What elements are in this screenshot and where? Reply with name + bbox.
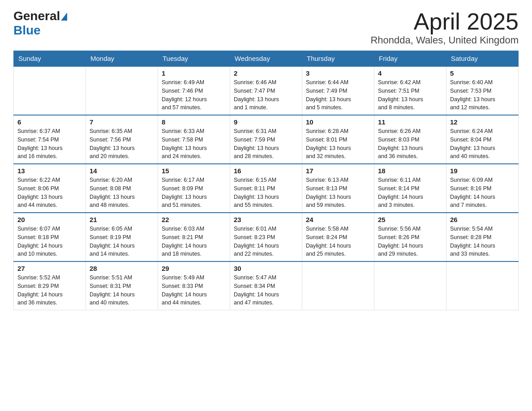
cell-day-info: Sunrise: 6:09 AMSunset: 8:16 PMDaylight:… (450, 176, 515, 210)
calendar-cell: 14Sunrise: 6:20 AMSunset: 8:08 PMDayligh… (86, 164, 158, 213)
calendar-cell: 20Sunrise: 6:07 AMSunset: 8:18 PMDayligh… (14, 213, 86, 261)
cell-day-number: 7 (90, 118, 154, 126)
cell-day-number: 27 (17, 265, 82, 272)
calendar-cell: 12Sunrise: 6:24 AMSunset: 8:04 PMDayligh… (446, 115, 519, 164)
cell-day-info: Sunrise: 5:51 AMSunset: 8:31 PMDaylight:… (90, 274, 154, 307)
cell-day-number: 9 (234, 118, 298, 126)
cell-day-info: Sunrise: 6:22 AMSunset: 8:06 PMDaylight:… (17, 176, 82, 210)
calendar-cell: 1Sunrise: 6:49 AMSunset: 7:46 PMDaylight… (158, 66, 230, 115)
cell-day-info: Sunrise: 6:11 AMSunset: 8:14 PMDaylight:… (378, 176, 442, 210)
calendar-cell: 15Sunrise: 6:17 AMSunset: 8:09 PMDayligh… (158, 164, 230, 213)
calendar-cell: 3Sunrise: 6:44 AMSunset: 7:49 PMDaylight… (302, 66, 374, 115)
cell-day-info: Sunrise: 6:37 AMSunset: 7:54 PMDaylight:… (17, 127, 82, 161)
header: General Blue April 2025 Rhondda, Wales, … (13, 9, 519, 46)
cell-day-info: Sunrise: 6:31 AMSunset: 7:59 PMDaylight:… (234, 127, 298, 161)
calendar-cell (374, 261, 446, 310)
cell-day-number: 29 (162, 265, 226, 272)
calendar-cell: 11Sunrise: 6:26 AMSunset: 8:03 PMDayligh… (374, 115, 446, 164)
calendar-cell: 22Sunrise: 6:03 AMSunset: 8:21 PMDayligh… (158, 213, 230, 261)
col-header-tuesday: Tuesday (158, 51, 230, 67)
calendar-cell: 18Sunrise: 6:11 AMSunset: 8:14 PMDayligh… (374, 164, 446, 213)
cell-day-number: 24 (306, 216, 370, 223)
cell-day-info: Sunrise: 5:47 AMSunset: 8:34 PMDaylight:… (234, 274, 298, 307)
cell-day-info: Sunrise: 5:54 AMSunset: 8:28 PMDaylight:… (450, 225, 515, 258)
logo-general-text: General (13, 9, 60, 23)
cell-day-info: Sunrise: 5:56 AMSunset: 8:26 PMDaylight:… (378, 225, 442, 258)
cell-day-number: 8 (162, 118, 226, 126)
cell-day-info: Sunrise: 6:33 AMSunset: 7:58 PMDaylight:… (162, 127, 226, 161)
cell-day-number: 6 (17, 118, 82, 126)
logo-triangle-icon (61, 13, 67, 21)
calendar-cell: 26Sunrise: 5:54 AMSunset: 8:28 PMDayligh… (446, 213, 519, 261)
col-header-sunday: Sunday (14, 51, 86, 67)
calendar-header-row: SundayMondayTuesdayWednesdayThursdayFrid… (14, 51, 519, 67)
cell-day-number: 17 (306, 167, 370, 175)
cell-day-number: 3 (306, 69, 370, 77)
cell-day-info: Sunrise: 6:49 AMSunset: 7:46 PMDaylight:… (162, 78, 226, 112)
calendar-cell: 25Sunrise: 5:56 AMSunset: 8:26 PMDayligh… (374, 213, 446, 261)
calendar-cell: 8Sunrise: 6:33 AMSunset: 7:58 PMDaylight… (158, 115, 230, 164)
calendar-week-row: 20Sunrise: 6:07 AMSunset: 8:18 PMDayligh… (14, 213, 519, 261)
cell-day-number: 16 (234, 167, 298, 175)
calendar-cell: 16Sunrise: 6:15 AMSunset: 8:11 PMDayligh… (230, 164, 302, 213)
cell-day-info: Sunrise: 6:26 AMSunset: 8:03 PMDaylight:… (378, 127, 442, 161)
cell-day-info: Sunrise: 6:07 AMSunset: 8:18 PMDaylight:… (17, 225, 82, 258)
cell-day-info: Sunrise: 6:40 AMSunset: 7:53 PMDaylight:… (450, 78, 515, 112)
calendar-cell: 23Sunrise: 6:01 AMSunset: 8:23 PMDayligh… (230, 213, 302, 261)
calendar-location: Rhondda, Wales, United Kingdom (370, 34, 519, 46)
cell-day-info: Sunrise: 6:17 AMSunset: 8:09 PMDaylight:… (162, 176, 226, 210)
cell-day-info: Sunrise: 6:15 AMSunset: 8:11 PMDaylight:… (234, 176, 298, 210)
calendar-cell: 29Sunrise: 5:49 AMSunset: 8:33 PMDayligh… (158, 261, 230, 310)
calendar-week-row: 1Sunrise: 6:49 AMSunset: 7:46 PMDaylight… (14, 66, 519, 115)
calendar-cell (86, 66, 158, 115)
calendar-cell: 4Sunrise: 6:42 AMSunset: 7:51 PMDaylight… (374, 66, 446, 115)
title-area: April 2025 Rhondda, Wales, United Kingdo… (370, 9, 519, 46)
col-header-friday: Friday (374, 51, 446, 67)
calendar-cell (446, 261, 519, 310)
cell-day-info: Sunrise: 6:46 AMSunset: 7:47 PMDaylight:… (234, 78, 298, 112)
calendar-cell: 10Sunrise: 6:28 AMSunset: 8:01 PMDayligh… (302, 115, 374, 164)
calendar-cell (14, 66, 86, 115)
cell-day-info: Sunrise: 5:52 AMSunset: 8:29 PMDaylight:… (17, 274, 82, 307)
calendar-cell: 27Sunrise: 5:52 AMSunset: 8:29 PMDayligh… (14, 261, 86, 310)
cell-day-info: Sunrise: 5:58 AMSunset: 8:24 PMDaylight:… (306, 225, 370, 258)
calendar-cell: 13Sunrise: 6:22 AMSunset: 8:06 PMDayligh… (14, 164, 86, 213)
col-header-thursday: Thursday (302, 51, 374, 67)
cell-day-number: 30 (234, 265, 298, 272)
cell-day-number: 11 (378, 118, 442, 126)
logo: General Blue (13, 9, 67, 38)
calendar-cell (302, 261, 374, 310)
cell-day-number: 10 (306, 118, 370, 126)
calendar-week-row: 27Sunrise: 5:52 AMSunset: 8:29 PMDayligh… (14, 261, 519, 310)
cell-day-info: Sunrise: 6:44 AMSunset: 7:49 PMDaylight:… (306, 78, 370, 112)
col-header-wednesday: Wednesday (230, 51, 302, 67)
cell-day-number: 19 (450, 167, 515, 175)
logo-blue-text: Blue (13, 23, 41, 38)
cell-day-number: 21 (90, 216, 154, 223)
calendar-cell: 5Sunrise: 6:40 AMSunset: 7:53 PMDaylight… (446, 66, 519, 115)
col-header-saturday: Saturday (446, 51, 519, 67)
cell-day-info: Sunrise: 6:01 AMSunset: 8:23 PMDaylight:… (234, 225, 298, 258)
cell-day-info: Sunrise: 5:49 AMSunset: 8:33 PMDaylight:… (162, 274, 226, 307)
col-header-monday: Monday (86, 51, 158, 67)
cell-day-info: Sunrise: 6:24 AMSunset: 8:04 PMDaylight:… (450, 127, 515, 161)
calendar-title: April 2025 (370, 9, 519, 34)
cell-day-number: 12 (450, 118, 515, 126)
cell-day-info: Sunrise: 6:28 AMSunset: 8:01 PMDaylight:… (306, 127, 370, 161)
cell-day-number: 25 (378, 216, 442, 223)
cell-day-number: 26 (450, 216, 515, 223)
calendar-cell: 19Sunrise: 6:09 AMSunset: 8:16 PMDayligh… (446, 164, 519, 213)
cell-day-number: 23 (234, 216, 298, 223)
calendar-week-row: 6Sunrise: 6:37 AMSunset: 7:54 PMDaylight… (14, 115, 519, 164)
cell-day-info: Sunrise: 6:03 AMSunset: 8:21 PMDaylight:… (162, 225, 226, 258)
cell-day-info: Sunrise: 6:13 AMSunset: 8:13 PMDaylight:… (306, 176, 370, 210)
cell-day-info: Sunrise: 6:42 AMSunset: 7:51 PMDaylight:… (378, 78, 442, 112)
calendar-cell: 30Sunrise: 5:47 AMSunset: 8:34 PMDayligh… (230, 261, 302, 310)
calendar-cell: 2Sunrise: 6:46 AMSunset: 7:47 PMDaylight… (230, 66, 302, 115)
calendar-cell: 6Sunrise: 6:37 AMSunset: 7:54 PMDaylight… (14, 115, 86, 164)
cell-day-number: 5 (450, 69, 515, 77)
calendar-week-row: 13Sunrise: 6:22 AMSunset: 8:06 PMDayligh… (14, 164, 519, 213)
calendar-cell: 28Sunrise: 5:51 AMSunset: 8:31 PMDayligh… (86, 261, 158, 310)
cell-day-number: 13 (17, 167, 82, 175)
cell-day-number: 22 (162, 216, 226, 223)
